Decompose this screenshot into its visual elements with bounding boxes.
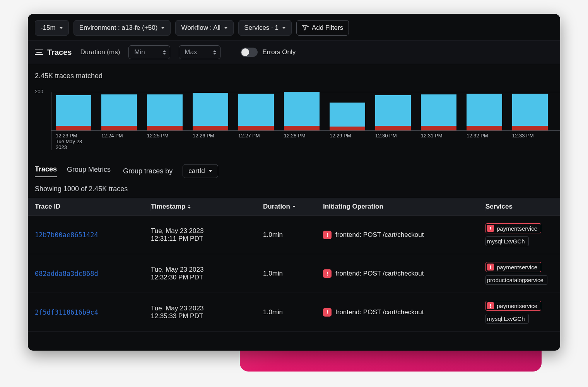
bar-error-segment: [101, 126, 137, 131]
bar-error-segment: [238, 126, 274, 131]
group-by-label: Group traces by: [123, 167, 173, 175]
chart-bar[interactable]: [56, 95, 91, 131]
match-count: 2.45K traces matched: [35, 72, 560, 80]
col-duration[interactable]: Duration: [263, 203, 323, 211]
x-tick: 12:26 PM: [193, 133, 228, 150]
error-icon: !: [487, 225, 494, 232]
bar-success-segment: [56, 95, 91, 126]
max-placeholder: Max: [185, 48, 197, 56]
add-filters-button[interactable]: Add Filters: [296, 20, 349, 36]
services-cell: !paymentserviceproductcatalogservice: [485, 262, 553, 285]
table-header: Trace ID Timestamp Duration Initiating O…: [28, 198, 560, 216]
services-dropdown[interactable]: Services · 1: [238, 20, 292, 36]
duration-max-input[interactable]: Max: [179, 45, 220, 59]
timestamp-cell: Tue, May 23 202312:32:30 PM PDT: [151, 266, 263, 281]
chart-bar[interactable]: [467, 94, 502, 130]
bar-success-segment: [193, 93, 228, 126]
x-tick: 12:28 PM: [284, 133, 320, 150]
bar-error-segment: [375, 126, 411, 131]
bar-error-segment: [512, 126, 548, 131]
chevron-down-icon: [224, 27, 228, 29]
operation-cell: !frontend: POST /cart/checkout: [323, 231, 485, 239]
bar-success-segment: [284, 92, 320, 126]
bar-success-segment: [101, 94, 137, 126]
sort-icon: [188, 205, 191, 209]
chart-bar[interactable]: [421, 94, 456, 131]
bar-success-segment: [238, 94, 274, 126]
timestamp-cell: Tue, May 23 202312:31:11 PM PDT: [151, 227, 263, 243]
service-chip[interactable]: mysql:LxvGCh: [485, 314, 529, 324]
table-row: 2f5df3118616b9c4Tue, May 23 202312:35:33…: [28, 293, 560, 332]
y-tick: 200: [35, 89, 43, 94]
service-chip[interactable]: productcatalogservice: [485, 275, 547, 285]
environment-dropdown[interactable]: Environment : a13-fe (+50): [74, 20, 171, 36]
group-by-value: cartId: [188, 167, 205, 175]
service-chip[interactable]: !paymentservice: [485, 262, 541, 272]
traces-icon: [35, 49, 43, 56]
trace-id-link[interactable]: 12b7b00ae8651424: [35, 231, 151, 239]
chart-bar[interactable]: [193, 93, 228, 131]
bar-success-segment: [330, 103, 365, 127]
chart-bar[interactable]: [238, 94, 274, 130]
x-tick: 12:23 PMTue May 232023: [56, 133, 91, 150]
services-label: Services · 1: [244, 24, 279, 32]
service-chip[interactable]: !paymentservice: [485, 223, 541, 233]
x-tick: 12:33 PM: [512, 133, 548, 150]
trace-id-link[interactable]: 2f5df3118616b9c4: [35, 308, 151, 316]
chart-bar[interactable]: [512, 94, 548, 130]
col-operation[interactable]: Initiating Operation: [323, 203, 485, 211]
add-filters-label: Add Filters: [312, 24, 343, 32]
table-row: 12b7b00ae8651424Tue, May 23 202312:31:11…: [28, 216, 560, 254]
chart-bar[interactable]: [101, 94, 137, 131]
bar-error-segment: [284, 126, 320, 131]
operation-cell: !frontend: POST /cart/checkout: [323, 308, 485, 317]
bar-success-segment: [421, 94, 456, 126]
trace-count-chart[interactable]: 200 12:23 PMTue May 23202312:24 PM12:25 …: [46, 92, 560, 150]
trace-id-link[interactable]: 082adda8a3dc868d: [35, 270, 151, 277]
chart-bar[interactable]: [375, 95, 411, 131]
bar-error-segment: [330, 127, 365, 130]
timestamp-cell: Tue, May 23 202312:35:33 PM PDT: [151, 305, 263, 320]
x-tick: 12:29 PM: [330, 133, 365, 150]
sort-desc-icon: [292, 206, 296, 207]
service-chip[interactable]: mysql:LxvGCh: [485, 236, 529, 246]
chart-bar[interactable]: [284, 92, 320, 130]
tab-traces[interactable]: Traces: [35, 165, 57, 177]
duration-label: Duration (ms): [80, 48, 120, 56]
duration-cell: 1.0min: [263, 308, 323, 316]
services-cell: !paymentservicemysql:LxvGCh: [485, 301, 553, 324]
operation-cell: !frontend: POST /cart/checkout: [323, 269, 485, 278]
service-chip[interactable]: !paymentservice: [485, 301, 541, 311]
bar-error-segment: [56, 126, 91, 131]
col-services[interactable]: Services: [485, 203, 553, 211]
x-tick: 12:32 PM: [467, 133, 502, 150]
min-placeholder: Min: [134, 48, 145, 56]
chart-bar[interactable]: [147, 94, 183, 131]
col-timestamp[interactable]: Timestamp: [151, 203, 263, 211]
table-body: 12b7b00ae8651424Tue, May 23 202312:31:11…: [28, 216, 560, 332]
tabs-row: Traces Group Metrics Group traces by car…: [28, 154, 560, 182]
table-row: 082adda8a3dc868dTue, May 23 202312:32:30…: [28, 254, 560, 293]
tab-group-metrics[interactable]: Group Metrics: [67, 166, 111, 177]
chevron-down-icon: [59, 27, 63, 29]
chevron-down-icon: [282, 27, 286, 29]
time-range-dropdown[interactable]: -15m: [35, 20, 69, 36]
group-by-select[interactable]: cartId: [183, 164, 218, 178]
stepper-icon: [163, 50, 166, 55]
x-tick: 12:30 PM: [375, 133, 411, 150]
bar-error-segment: [147, 126, 183, 131]
duration-cell: 1.0min: [263, 270, 323, 277]
errors-only-toggle[interactable]: [241, 48, 258, 57]
workflow-dropdown[interactable]: Workflow : All: [175, 20, 234, 36]
col-trace-id[interactable]: Trace ID: [35, 203, 151, 211]
duration-cell: 1.0min: [263, 231, 323, 239]
chart-bar[interactable]: [330, 103, 365, 131]
x-tick: 12:27 PM: [238, 133, 274, 150]
duration-min-input[interactable]: Min: [128, 45, 170, 59]
environment-label: Environment : a13-fe (+50): [79, 24, 158, 32]
x-tick: 12:24 PM: [101, 133, 137, 150]
bar-error-segment: [193, 126, 228, 131]
funnel-plus-icon: [302, 25, 309, 31]
x-tick: 12:31 PM: [421, 133, 456, 150]
chevron-down-icon: [209, 170, 212, 172]
